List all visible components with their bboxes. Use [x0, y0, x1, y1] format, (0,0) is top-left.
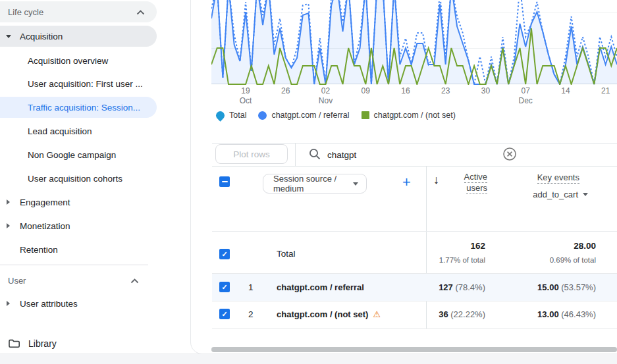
total-active-users-share: 1.77% of total	[439, 256, 485, 264]
sidebar-item-tech-clipped[interactable]: Tech	[0, 321, 157, 326]
column-header-key-events[interactable]: Key events	[537, 172, 579, 183]
row-divider	[212, 231, 617, 232]
expander-right-icon	[7, 199, 10, 205]
column-divider	[426, 166, 427, 329]
sidebar-item-library[interactable]: Library	[0, 333, 157, 354]
row-checkbox[interactable]: ✓	[219, 282, 230, 292]
row-divider	[212, 301, 617, 301]
sidebar-item-non-google-campaign[interactable]: Non Google campaign	[0, 143, 157, 166]
sidebar-item-engagement[interactable]: Engagement	[0, 191, 157, 213]
x-axis-tick: 02Nov	[311, 86, 340, 106]
sidebar-item-monetization[interactable]: Monetization	[0, 215, 157, 237]
folder-icon	[8, 338, 20, 349]
sidebar-item-user-attributes[interactable]: User attributes	[0, 292, 157, 315]
check-icon: ✓	[221, 249, 227, 259]
plot-rows-button[interactable]: Plot rows	[215, 144, 288, 164]
x-axis-tick: 23	[431, 86, 460, 96]
indeterminate-mark	[222, 181, 228, 182]
divider	[212, 143, 617, 143]
x-axis-tick: 21	[591, 86, 617, 96]
sidebar-item-lead-acquisition[interactable]: Lead acquisition	[0, 120, 157, 142]
chevron-down-icon	[583, 193, 588, 196]
sidebar-item-acquisition-overview[interactable]: Acquisition overview	[0, 49, 157, 72]
legend-item-total: Total	[216, 111, 246, 120]
x-axis-tick: 30	[471, 86, 500, 96]
legend-label: chatgpt.com / (not set)	[374, 111, 456, 120]
x-axis: 19Oct2602Nov0916233007Dec1421	[211, 86, 617, 107]
report-nav-sidebar: Life cycle Acquisition Acquisition overv…	[0, 0, 190, 353]
row-checkbox[interactable]: ✓	[219, 309, 230, 319]
x-axis-tick: 26	[271, 86, 300, 96]
clear-search-icon[interactable]	[502, 147, 517, 161]
x-axis-tick: 09	[351, 86, 380, 96]
total-active-users: 162	[470, 241, 485, 251]
total-row-label: Total	[277, 249, 296, 259]
key-event-selector[interactable]: add_to_cart	[533, 190, 588, 199]
search-input[interactable]	[326, 146, 493, 163]
dimension-selector[interactable]: Session source / medium	[263, 174, 367, 194]
dimension-selector-label: Session source / medium	[273, 174, 353, 194]
sidebar-section-user[interactable]: User	[0, 271, 157, 290]
expander-right-icon	[7, 301, 10, 306]
column-header-active-users[interactable]: Active users	[464, 171, 487, 194]
row-dimension-value: chatgpt.com / (not set)⚠	[277, 309, 381, 319]
add-dimension-button[interactable]: +	[402, 174, 411, 191]
sidebar-item-user-acquisition-cohorts[interactable]: User acquisition cohorts	[0, 167, 157, 190]
total-series-icon	[214, 109, 226, 121]
notset-series-icon	[362, 111, 369, 119]
row-index: 1	[248, 282, 254, 292]
sidebar-item-user-acquisition[interactable]: User acquisition: First user ...	[0, 72, 157, 95]
legend-label: Total	[229, 111, 246, 120]
legend-item-notset: chatgpt.com / (not set)	[362, 111, 456, 120]
sidebar-item-acquisition[interactable]: Acquisition	[0, 26, 157, 47]
row-key-events: 13.00 (46.43%)	[537, 309, 596, 319]
x-axis-tick: 14	[551, 86, 580, 96]
key-event-selected-label: add_to_cart	[533, 190, 578, 199]
row-active-users: 36 (22.22%)	[439, 309, 485, 319]
warning-icon: ⚠	[373, 309, 381, 319]
sidebar-divider	[0, 265, 148, 265]
x-axis-tick: 07Dec	[511, 86, 540, 106]
chevron-up-icon	[130, 278, 139, 284]
x-axis-tick: 19Oct	[231, 86, 260, 106]
referral-series-icon	[258, 111, 267, 120]
row-divider	[212, 328, 617, 329]
sort-descending-icon[interactable]: ↓	[433, 173, 439, 187]
legend-item-referral: chatgpt.com / referral	[258, 111, 349, 120]
total-key-events: 28.00	[574, 241, 596, 251]
select-all-checkbox[interactable]	[219, 176, 230, 187]
check-icon: ✓	[221, 282, 227, 292]
sidebar-item-traffic-acquisition-selected[interactable]: Traffic acquisition: Session...	[0, 97, 157, 118]
traffic-chart	[211, 0, 617, 85]
divider	[295, 143, 296, 166]
total-row-checkbox[interactable]: ✓	[219, 249, 230, 259]
total-key-events-share: 0.69% of total	[550, 256, 596, 264]
chevron-down-icon	[353, 182, 358, 186]
expander-right-icon	[7, 223, 10, 228]
horizontal-scrollbar[interactable]	[211, 347, 617, 352]
x-axis-tick: 16	[391, 86, 420, 96]
sidebar-section-life-cycle[interactable]: Life cycle	[0, 1, 157, 22]
row-key-events: 15.00 (53.57%)	[537, 282, 596, 292]
check-icon: ✓	[221, 309, 227, 319]
search-icon	[309, 148, 321, 160]
row-active-users: 127 (78.4%)	[439, 282, 485, 292]
row-dimension-value: chatgpt.com / referral	[277, 282, 364, 292]
row-index: 2	[248, 309, 254, 319]
footer-strip	[0, 353, 617, 364]
chart-legend: Total chatgpt.com / referral chatgpt.com…	[216, 111, 456, 120]
expander-down-icon	[6, 35, 11, 38]
sidebar-item-retention[interactable]: Retention	[0, 238, 157, 261]
chevron-up-icon	[136, 10, 145, 15]
divider	[212, 166, 617, 167]
legend-label: chatgpt.com / referral	[271, 111, 349, 120]
